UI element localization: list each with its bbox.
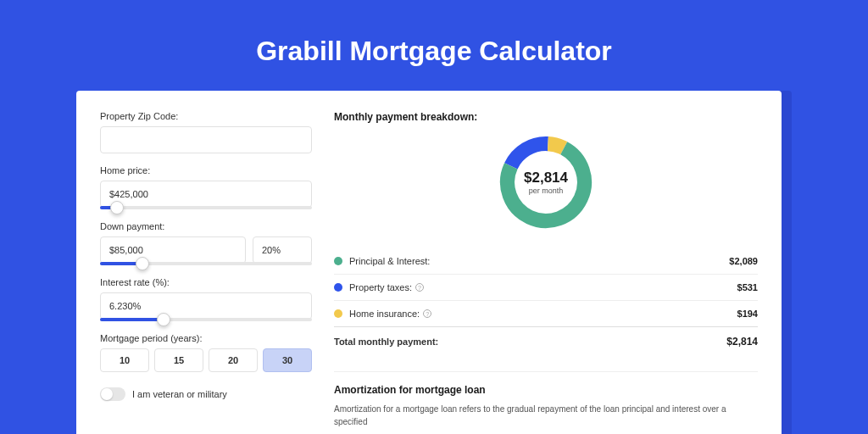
slider-fill (100, 318, 164, 321)
period-btn-20[interactable]: 20 (209, 348, 258, 372)
legend-value: $531 (737, 282, 758, 292)
interest-input[interactable] (100, 292, 312, 320)
zip-input[interactable] (100, 126, 312, 153)
down-payment-group: Down payment: (100, 221, 312, 265)
legend-label: Principal & Interest: (349, 256, 729, 266)
card-shadow: Property Zip Code: Home price: Down paym… (76, 91, 792, 434)
donut-center: $2,814 per month (495, 131, 597, 233)
hero: Grabill Mortgage Calculator (0, 0, 868, 91)
zip-label: Property Zip Code: (100, 111, 312, 121)
total-value: $2,814 (726, 336, 758, 348)
legend-value: $194 (737, 309, 758, 319)
info-icon[interactable]: ? (423, 309, 431, 318)
home-price-slider[interactable] (100, 206, 312, 209)
home-price-input[interactable] (100, 181, 312, 208)
form-panel: Property Zip Code: Home price: Down paym… (100, 111, 312, 434)
period-label: Mortgage period (years): (100, 333, 312, 343)
period-btn-10[interactable]: 10 (100, 348, 149, 372)
legend-row: Principal & Interest:$2,089 (334, 248, 758, 275)
slider-thumb[interactable] (157, 313, 170, 326)
down-payment-pct-input[interactable] (253, 236, 312, 264)
legend-row: Property taxes:?$531 (334, 275, 758, 301)
period-btn-30[interactable]: 30 (263, 348, 312, 372)
amortization-section: Amortization for mortgage loan Amortizat… (334, 371, 758, 428)
period-btn-15[interactable]: 15 (154, 348, 203, 372)
veteran-row: I am veteran or military (100, 387, 312, 401)
donut-center-sub: per month (529, 186, 564, 195)
calculator-card: Property Zip Code: Home price: Down paym… (76, 91, 782, 434)
interest-slider[interactable] (100, 318, 312, 321)
amortization-title: Amortization for mortgage loan (334, 384, 758, 396)
breakdown-title: Monthly payment breakdown: (334, 111, 758, 123)
zip-group: Property Zip Code: (100, 111, 312, 153)
toggle-knob (101, 388, 113, 400)
period-group: Mortgage period (years): 10152030 (100, 333, 312, 372)
donut-chart-wrap: $2,814 per month (334, 131, 758, 233)
legend-row: Home insurance:?$194 (334, 301, 758, 326)
veteran-toggle[interactable] (100, 387, 125, 401)
legend-dot (334, 283, 342, 292)
interest-label: Interest rate (%): (100, 277, 312, 287)
donut-chart: $2,814 per month (495, 131, 597, 233)
legend-label: Property taxes:? (349, 282, 737, 292)
slider-thumb[interactable] (136, 257, 149, 270)
total-label: Total monthly payment: (334, 337, 726, 347)
legend-dot (334, 257, 342, 265)
slider-thumb[interactable] (110, 201, 124, 214)
info-icon[interactable]: ? (415, 283, 424, 292)
veteran-label: I am veteran or military (132, 389, 227, 399)
breakdown-panel: Monthly payment breakdown: $2,814 per mo… (334, 111, 758, 434)
total-row: Total monthly payment: $2,814 (334, 326, 758, 356)
down-payment-input[interactable] (100, 236, 246, 264)
page-title: Grabill Mortgage Calculator (0, 36, 868, 67)
legend-label: Home insurance:? (349, 309, 737, 319)
down-payment-label: Down payment: (100, 221, 312, 231)
donut-center-value: $2,814 (524, 170, 568, 186)
amortization-text: Amortization for a mortgage loan refers … (334, 403, 758, 428)
legend-value: $2,089 (729, 256, 758, 266)
home-price-group: Home price: (100, 165, 312, 209)
home-price-label: Home price: (100, 165, 312, 175)
down-payment-slider[interactable] (100, 262, 312, 265)
legend-dot (334, 309, 342, 318)
interest-group: Interest rate (%): (100, 277, 312, 321)
